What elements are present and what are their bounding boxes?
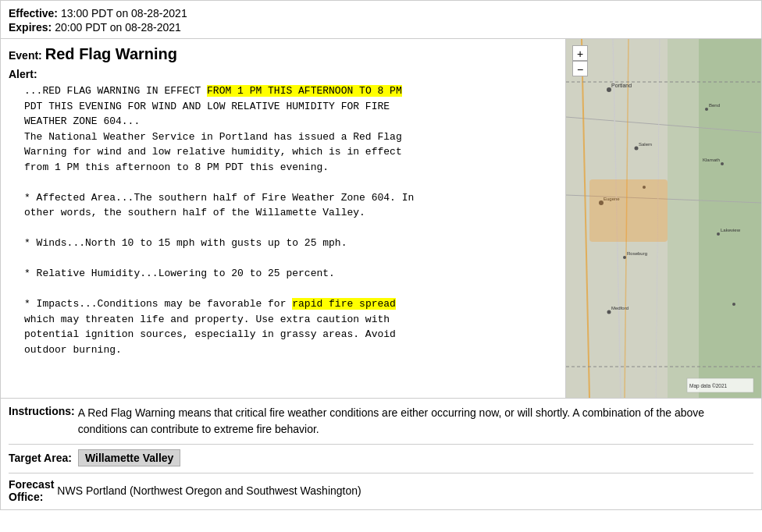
alert-text2: WEATHER ZONE 604... — [24, 115, 140, 127]
alert-body: ...RED FLAG WARNING IN EFFECT FROM 1 PM … — [9, 83, 557, 357]
effective-label: Effective: — [9, 7, 58, 20]
svg-rect-30 — [589, 179, 668, 242]
event-title: Red Flag Warning — [45, 45, 177, 63]
svg-text:Salem: Salem — [639, 142, 652, 147]
main-content: Event: Red Flag Warning Alert: ...RED FL… — [1, 39, 761, 398]
svg-text:Lakeview: Lakeview — [721, 228, 741, 232]
left-panel: Event: Red Flag Warning Alert: ...RED FL… — [1, 39, 566, 398]
instructions-row: Instructions: A Red Flag Warning means t… — [9, 405, 753, 438]
instructions-text: A Red Flag Warning means that critical f… — [78, 405, 753, 438]
expires-value: 20:00 PDT on 08-28-2021 — [55, 21, 181, 34]
alert-text5: from 1 PM this afternoon to 8 PM PDT thi… — [24, 161, 329, 173]
expires-row: Expires: 20:00 PDT on 08-28-2021 — [9, 21, 753, 34]
svg-point-14 — [607, 310, 611, 314]
alert-text1: PDT THIS EVENING FOR WIND AND LOW RELATI… — [24, 101, 390, 112]
svg-point-17 — [721, 162, 724, 165]
svg-point-13 — [623, 256, 626, 259]
svg-point-19 — [732, 303, 735, 306]
alert-text7: other words, the southern half of the Wi… — [24, 207, 365, 218]
forecast-office-value: NWS Portland (Northwest Oregon and South… — [57, 484, 361, 497]
target-area-badge: Willamette Valley — [78, 449, 180, 466]
alert-text13: outdoor burning. — [24, 344, 122, 356]
forecast-office-label: Office: — [9, 491, 43, 503]
alert-text9: * Relative Humidity...Lowering to 20 to … — [24, 268, 335, 279]
event-label: Event: — [9, 49, 42, 62]
alert-label: Alert: — [9, 68, 557, 80]
target-area-label: Target Area: — [9, 452, 72, 464]
svg-text:Klamath: Klamath — [703, 158, 720, 162]
zoom-in-button[interactable]: + — [572, 45, 588, 61]
map-svg: Portland Salem Eugene Roseburg Medford B… — [566, 39, 761, 398]
event-row: Event: Red Flag Warning — [9, 45, 557, 63]
svg-point-18 — [717, 232, 720, 236]
bottom-section: Instructions: A Red Flag Warning means t… — [1, 398, 761, 509]
svg-text:Map data ©2021: Map data ©2021 — [689, 383, 728, 389]
page-container: Effective: 13:00 PDT on 08-28-2021 Expir… — [0, 0, 762, 510]
header-section: Effective: 13:00 PDT on 08-28-2021 Expir… — [1, 1, 761, 39]
map-container: Portland Salem Eugene Roseburg Medford B… — [566, 39, 761, 398]
map-panel: Portland Salem Eugene Roseburg Medford B… — [566, 39, 761, 398]
zoom-out-button[interactable]: − — [572, 61, 588, 76]
svg-point-11 — [635, 147, 639, 151]
target-area-row: Target Area: Willamette Valley — [9, 444, 753, 466]
forecast-label: Forecast — [9, 478, 54, 491]
alert-text4: Warning for wind and low relative humidi… — [24, 146, 402, 158]
alert-text3: The National Weather Service in Portland… — [24, 131, 402, 143]
svg-rect-3 — [699, 39, 761, 398]
alert-highlight1: FROM 1 PM THIS AFTERNOON TO 8 PM — [207, 85, 402, 97]
effective-row: Effective: 13:00 PDT on 08-28-2021 — [9, 7, 753, 20]
svg-text:Bend: Bend — [709, 103, 720, 108]
alert-section: Alert: ...RED FLAG WARNING IN EFFECT FRO… — [9, 68, 557, 357]
forecast-label-block: Forecast Office: — [9, 478, 54, 503]
alert-text6: * Affected Area...The southern half of F… — [24, 192, 414, 204]
alert-text10: * Impacts...Conditions may be favorable … — [24, 298, 292, 310]
svg-point-16 — [705, 108, 708, 111]
alert-text8: * Winds...North 10 to 15 mph with gusts … — [24, 237, 347, 249]
svg-text:Portland: Portland — [611, 83, 632, 88]
alert-prefix: ...RED FLAG WARNING IN EFFECT — [24, 85, 207, 97]
svg-text:Medford: Medford — [611, 306, 628, 310]
alert-highlight2: rapid fire spread — [292, 298, 396, 310]
zoom-controls: + − — [572, 45, 588, 76]
alert-text12: potential ignition sources, especially i… — [24, 328, 396, 340]
expires-label: Expires: — [9, 21, 52, 34]
instructions-label: Instructions: — [9, 405, 75, 417]
svg-text:Roseburg: Roseburg — [627, 251, 647, 256]
alert-text11: which may threaten life and property. Us… — [24, 314, 390, 325]
effective-value: 13:00 PDT on 08-28-2021 — [61, 7, 187, 20]
forecast-row: Forecast Office: NWS Portland (Northwest… — [9, 473, 753, 503]
